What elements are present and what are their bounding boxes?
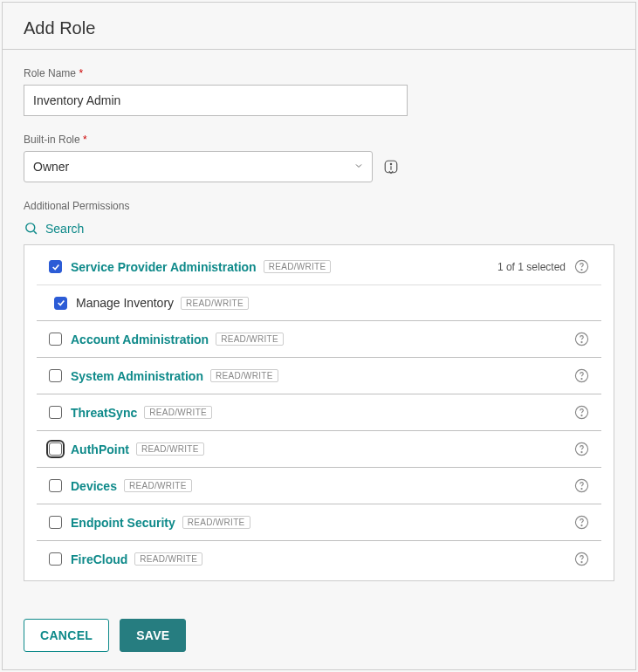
info-icon[interactable] — [383, 159, 399, 175]
svg-point-16 — [581, 488, 582, 489]
svg-point-14 — [581, 451, 582, 452]
svg-point-8 — [581, 341, 582, 342]
perm-authpoint: AuthPoint READ/WRITE — [37, 431, 601, 468]
help-icon[interactable] — [574, 368, 589, 383]
role-name-input[interactable] — [24, 85, 408, 116]
perm-label[interactable]: AuthPoint — [71, 442, 129, 456]
checkbox-firecloud[interactable] — [49, 552, 62, 566]
badge-readwrite: READ/WRITE — [264, 260, 332, 273]
cancel-button[interactable]: CANCEL — [24, 619, 109, 652]
svg-point-20 — [581, 561, 582, 562]
save-button[interactable]: SAVE — [120, 619, 186, 652]
checkbox-sp-admin[interactable] — [49, 260, 62, 273]
help-icon[interactable] — [574, 259, 589, 274]
checkbox-system-admin[interactable] — [49, 369, 62, 382]
dialog-header: Add Role — [3, 3, 635, 50]
badge-readwrite: READ/WRITE — [181, 297, 249, 310]
svg-point-3 — [26, 223, 35, 232]
dialog-footer: CANCEL SAVE — [3, 605, 635, 669]
help-icon[interactable] — [574, 332, 589, 346]
badge-readwrite: READ/WRITE — [124, 479, 192, 492]
perm-label[interactable]: Service Provider Administration — [71, 260, 257, 274]
required-mark: * — [79, 67, 83, 79]
perm-manage-inventory: Manage Inventory READ/WRITE — [37, 285, 601, 321]
permissions-list: Service Provider Administration READ/WRI… — [24, 244, 614, 581]
svg-point-12 — [581, 415, 582, 415]
help-icon[interactable] — [574, 478, 589, 493]
badge-readwrite: READ/WRITE — [136, 442, 204, 456]
svg-point-1 — [390, 163, 391, 164]
badge-readwrite: READ/WRITE — [210, 369, 278, 382]
perm-system-admin: System Administration READ/WRITE — [37, 358, 601, 394]
checkbox-manage-inventory[interactable] — [54, 297, 67, 310]
svg-point-18 — [581, 525, 582, 525]
perm-label[interactable]: Manage Inventory — [76, 296, 174, 310]
additional-permissions-label: Additional Permissions — [24, 200, 614, 212]
search-button[interactable]: Search — [24, 221, 614, 236]
dialog-title: Add Role — [24, 18, 614, 38]
builtin-role-select-wrap: Owner — [24, 151, 373, 182]
perm-endpoint-security: Endpoint Security READ/WRITE — [37, 504, 601, 541]
required-mark: * — [83, 134, 87, 146]
search-icon — [24, 221, 38, 236]
help-icon[interactable] — [574, 405, 589, 420]
help-icon[interactable] — [574, 552, 589, 566]
builtin-role-select[interactable]: Owner — [24, 151, 373, 182]
search-label: Search — [45, 222, 84, 236]
selected-count: 1 of 1 selected — [497, 261, 566, 273]
svg-point-6 — [581, 269, 582, 270]
perm-threatsync: ThreatSync READ/WRITE — [37, 394, 601, 431]
perm-label[interactable]: ThreatSync — [71, 406, 137, 420]
dialog-content: Role Name * Built-in Role * Owner — [3, 50, 635, 605]
role-name-label: Role Name * — [24, 67, 614, 79]
builtin-role-label: Built-in Role * — [24, 134, 614, 146]
role-name-group: Role Name * — [24, 67, 614, 116]
checkbox-account-admin[interactable] — [49, 333, 62, 346]
perm-label[interactable]: Endpoint Security — [71, 516, 175, 530]
checkbox-devices[interactable] — [49, 479, 62, 492]
badge-readwrite: READ/WRITE — [134, 552, 202, 566]
additional-permissions-section: Additional Permissions Search Service Pr… — [24, 200, 614, 581]
perm-firecloud: FireCloud READ/WRITE — [37, 541, 601, 577]
help-icon[interactable] — [574, 442, 589, 456]
badge-readwrite: READ/WRITE — [216, 333, 284, 346]
help-icon[interactable] — [574, 515, 589, 530]
checkbox-endpoint-security[interactable] — [49, 516, 62, 529]
builtin-role-group: Built-in Role * Owner — [24, 134, 614, 182]
perm-account-admin: Account Administration READ/WRITE — [37, 321, 601, 358]
perm-label[interactable]: Devices — [71, 479, 117, 493]
perm-label[interactable]: Account Administration — [71, 333, 209, 346]
svg-point-10 — [581, 378, 582, 379]
add-role-dialog: Add Role Role Name * Built-in Role * Own… — [2, 2, 636, 670]
checkbox-threatsync[interactable] — [49, 406, 62, 419]
builtin-role-row: Owner — [24, 151, 614, 182]
badge-readwrite: READ/WRITE — [182, 516, 250, 529]
perm-label[interactable]: FireCloud — [71, 552, 127, 566]
perm-devices: Devices READ/WRITE — [37, 468, 601, 504]
perm-label[interactable]: System Administration — [71, 369, 203, 383]
svg-line-4 — [34, 231, 37, 234]
perm-service-provider-admin: Service Provider Administration READ/WRI… — [37, 249, 601, 285]
badge-readwrite: READ/WRITE — [144, 406, 212, 419]
checkbox-authpoint[interactable] — [49, 442, 62, 456]
